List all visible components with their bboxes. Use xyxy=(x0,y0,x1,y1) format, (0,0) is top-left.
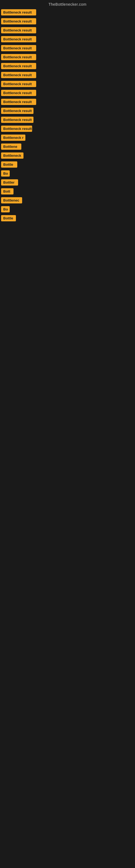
list-item: Bottleneck result xyxy=(0,80,135,88)
bottleneck-badge[interactable]: Bottleneck result xyxy=(1,54,36,60)
bottleneck-badge[interactable]: Bottleneck xyxy=(1,152,24,159)
list-item: Bottleneck result xyxy=(0,27,135,34)
bottleneck-badge[interactable]: Bottleneck result xyxy=(1,81,36,87)
bottleneck-badge[interactable]: Bottle xyxy=(1,161,17,167)
bottleneck-badge[interactable]: Bottleneck result xyxy=(1,18,36,24)
bottleneck-badge[interactable]: Bottleneck result xyxy=(1,108,34,114)
bottleneck-badge[interactable]: Bottleneck result xyxy=(1,36,36,42)
bottleneck-badge[interactable]: Bo xyxy=(1,170,10,177)
bottleneck-badge[interactable]: Bottler xyxy=(1,179,18,186)
list-item: Bottlenec xyxy=(0,197,135,204)
list-item: Bottleneck result xyxy=(0,71,135,79)
list-item: Bottle xyxy=(0,161,135,168)
list-item: Bottleneck result xyxy=(0,35,135,43)
list-item: Bottlene xyxy=(0,143,135,150)
list-item: Bottleneck result xyxy=(0,107,135,115)
bottleneck-badge[interactable]: Bottleneck result xyxy=(1,126,32,132)
bottleneck-badge[interactable]: Bottlene xyxy=(1,144,21,150)
list-item: Bott xyxy=(0,188,135,195)
bottleneck-items-container: Bottleneck resultBottleneck resultBottle… xyxy=(0,8,135,225)
list-item: Bottle xyxy=(0,215,135,222)
list-item: Bottleneck xyxy=(0,152,135,159)
site-header: TheBottlenecker.com xyxy=(0,0,135,8)
bottleneck-badge[interactable]: Bottleneck result xyxy=(1,63,36,69)
bottleneck-badge[interactable]: Bo xyxy=(1,206,10,212)
bottleneck-badge[interactable]: Bottleneck result xyxy=(1,99,36,105)
list-item: Bottleneck result xyxy=(0,125,135,132)
list-item: Bo xyxy=(0,170,135,177)
bottleneck-badge[interactable]: Bottleneck result xyxy=(1,72,36,78)
list-item: Bottleneck result xyxy=(0,54,135,61)
list-item: Bottleneck result xyxy=(0,18,135,25)
bottleneck-badge[interactable]: Bottleneck result xyxy=(1,9,36,16)
bottleneck-badge[interactable]: Bottleneck result xyxy=(1,117,34,123)
list-item: Bottleneck result xyxy=(0,98,135,105)
bottleneck-badge[interactable]: Bottleneck result xyxy=(1,27,36,33)
list-item: Bottleneck result xyxy=(0,62,135,70)
list-item: Bottler xyxy=(0,179,135,186)
bottleneck-badge[interactable]: Bott xyxy=(1,188,13,194)
bottleneck-badge[interactable]: Bottleneck result xyxy=(1,90,36,96)
bottleneck-badge[interactable]: Bottleneck r xyxy=(1,134,26,141)
list-item: Bottleneck result xyxy=(0,116,135,123)
bottleneck-badge[interactable]: Bottle xyxy=(1,215,16,221)
bottleneck-badge[interactable]: Bottlenec xyxy=(1,197,22,204)
site-title: TheBottlenecker.com xyxy=(0,0,135,8)
list-item: Bottleneck result xyxy=(0,89,135,97)
bottleneck-badge[interactable]: Bottleneck result xyxy=(1,45,36,51)
list-item: Bottleneck r xyxy=(0,134,135,141)
list-item: Bottleneck result xyxy=(0,9,135,16)
list-item: Bo xyxy=(0,206,135,213)
list-item: Bottleneck result xyxy=(0,44,135,52)
